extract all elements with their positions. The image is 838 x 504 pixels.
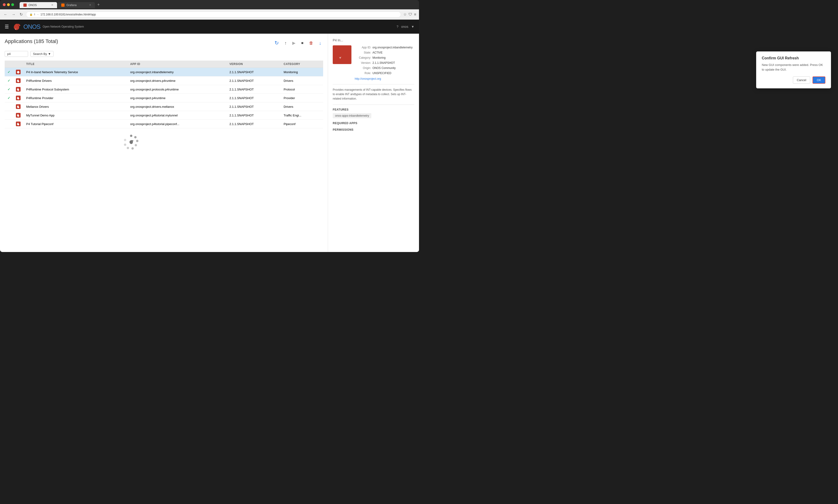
app-icon: [16, 104, 21, 109]
user-dropdown-icon[interactable]: ▼: [411, 25, 414, 29]
table-row[interactable]: P4 Tutorial Pipeconf org.onosproject.p4t…: [5, 120, 323, 128]
activate-app-button[interactable]: ▶: [290, 39, 298, 47]
state-value: ACTIVE: [373, 51, 382, 55]
tab-close-grafana[interactable]: ✕: [89, 3, 91, 6]
refresh-button[interactable]: ↻: [19, 11, 24, 18]
tab-label-onos: ONOS: [29, 3, 37, 7]
tab-close-onos[interactable]: ✕: [51, 3, 53, 6]
table-row[interactable]: ✓ P4Runtime Drivers org.onosproject.driv…: [5, 76, 323, 85]
detail-origin: Origin: ONOS Community: [355, 66, 414, 70]
help-icon[interactable]: ?: [396, 25, 398, 29]
app-id: org.onosproject.inbandtelemetry: [127, 68, 227, 76]
app-version: 2.1.1.SNAPSHOT: [227, 120, 281, 128]
toolbar-right: ↻ ↑ ▶ ■ 🗑 ↓: [273, 39, 323, 47]
uninstall-app-button[interactable]: 🗑: [307, 39, 315, 47]
category-value: Monitoring: [373, 56, 386, 60]
search-by-button[interactable]: Search By ▼: [30, 51, 54, 57]
close-button[interactable]: [3, 3, 6, 6]
app-category: Traffic Engi...: [281, 111, 323, 120]
active-check: ✓: [5, 68, 13, 76]
security-icon: 🔒: [30, 13, 33, 16]
upload-app-button[interactable]: ↑: [283, 39, 288, 47]
permissions-header: PERMISSIONS: [333, 128, 414, 131]
svg-point-7: [127, 147, 129, 149]
tab-onos[interactable]: ONOS ✕: [20, 2, 57, 8]
page-title: Applications (185 Total): [5, 38, 58, 44]
col-active: [5, 60, 13, 68]
minimize-button[interactable]: [7, 3, 10, 6]
main-content: Applications (185 Total) ↻ ↑ ▶ ■ 🗑 ↓ Sea…: [0, 34, 419, 252]
deactivate-app-button[interactable]: ■: [299, 39, 305, 47]
tab-bar: ONOS ✕ Grafana ✕ +: [20, 1, 416, 8]
tab-grafana[interactable]: Grafana ✕: [57, 2, 95, 8]
app-id: org.onosproject.drivers.p4runtime: [127, 76, 227, 85]
app-table: TITLE APP ID VERSION CATEGORY ✓: [5, 60, 323, 128]
toolbar: Search By ▼: [5, 51, 323, 57]
active-check: ✓: [5, 76, 13, 85]
table-row[interactable]: ✓ P4Runtime Protocol Subsystem org.onosp…: [5, 85, 323, 94]
table-header: TITLE APP ID VERSION CATEGORY: [5, 60, 323, 68]
detail-app-id: App ID: org.onosproject.inbandtelemetry: [355, 46, 414, 50]
app-version: 2.1.1.SNAPSHOT: [227, 102, 281, 111]
app-link[interactable]: http://onosproject.org: [355, 77, 414, 80]
app-title: MyTunnel Demo App: [23, 111, 127, 120]
info-icon: ℹ: [34, 13, 35, 16]
app-icon-cell: [13, 76, 23, 85]
table-body: ✓ P4 In-band Network Telemetry Service o…: [5, 68, 323, 128]
app-category: Monitoring: [281, 68, 323, 76]
search-input[interactable]: [5, 51, 28, 57]
app-description: Provides managements of INT-capable devi…: [333, 88, 414, 101]
refresh-apps-button[interactable]: ↻: [273, 39, 281, 47]
new-tab-button[interactable]: +: [95, 1, 102, 8]
app-logo-area: App ID: org.onosproject.inbandtelemetry …: [333, 46, 414, 80]
back-button[interactable]: ←: [3, 12, 8, 18]
onos-favicon: [23, 3, 26, 7]
svg-point-9: [124, 139, 126, 141]
title-bar: ONOS ✕ Grafana ✕ +: [0, 0, 419, 10]
col-title: TITLE: [23, 60, 127, 68]
table-row[interactable]: MyTunnel Demo App org.onosproject.p4tuto…: [5, 111, 323, 120]
side-panel: P4 In... App ID: org.onosproject.inbandt…: [328, 34, 419, 252]
onos-subtitle: Open Network Operating System: [43, 25, 84, 28]
maximize-button[interactable]: [11, 3, 14, 6]
required-apps-header: REQUIRED APPS: [333, 122, 414, 125]
hamburger-menu-icon[interactable]: ☰: [5, 24, 9, 30]
app-icon: [16, 87, 21, 92]
app-category: Protocol: [281, 85, 323, 94]
browser-menu-icon[interactable]: ≡: [414, 12, 416, 17]
state-label: State:: [355, 51, 371, 55]
version-value: 2.1.1.SNAPSHOT: [373, 61, 395, 65]
app-title: Mellanox Drivers: [23, 102, 127, 111]
active-check: ✓: [5, 94, 13, 102]
app-category: Provider: [281, 94, 323, 102]
app-panel: Applications (185 Total) ↻ ↑ ▶ ■ 🗑 ↓ Sea…: [0, 34, 328, 252]
forward-button[interactable]: →: [11, 12, 16, 18]
version-label: Version:: [355, 61, 371, 65]
browser-window: ONOS ✕ Grafana ✕ + ← → ↻ 🔒 ℹ → 172.168.0…: [0, 0, 419, 252]
table-row[interactable]: ✓ P4Runtime Provider org.onosproject.p4r…: [5, 94, 323, 102]
spinner-svg: [122, 133, 141, 152]
app-title: P4 In-band Network Telemetry Service: [23, 68, 127, 76]
app-category: Pipeconf: [281, 120, 323, 128]
app-icon-cell: [13, 111, 23, 120]
bookmark-icon[interactable]: ☆: [403, 12, 407, 17]
app-icon-cell: [13, 85, 23, 94]
table-row[interactable]: ✓ P4 In-band Network Telemetry Service o…: [5, 68, 323, 76]
download-app-button[interactable]: ↓: [317, 39, 323, 47]
role-value: UNSPECIFIED: [373, 71, 391, 75]
detail-category: Category: Monitoring: [355, 56, 414, 60]
svg-point-5: [135, 144, 137, 146]
url-arrow: →: [36, 13, 39, 16]
col-version: VERSION: [227, 60, 281, 68]
onos-header: ☰ ONOS Open Network Operating System ? o…: [0, 20, 419, 34]
table-row[interactable]: Mellanox Drivers org.onosproject.drivers…: [5, 102, 323, 111]
svg-point-1: [62, 4, 64, 6]
feature-badge: onos-apps-inbandtelemetry: [333, 113, 371, 118]
category-label: Category:: [355, 56, 371, 60]
app-id: org.onosproject.p4tutorial.pipeconf...: [127, 120, 227, 128]
url-bar[interactable]: 🔒 ℹ → 172.168.0.100:8181/onos/ui/index.h…: [26, 12, 401, 18]
svg-point-8: [124, 144, 126, 146]
app-version: 2.1.1.SNAPSHOT: [227, 85, 281, 94]
app-icon: [16, 113, 21, 118]
traffic-lights: [3, 3, 14, 6]
